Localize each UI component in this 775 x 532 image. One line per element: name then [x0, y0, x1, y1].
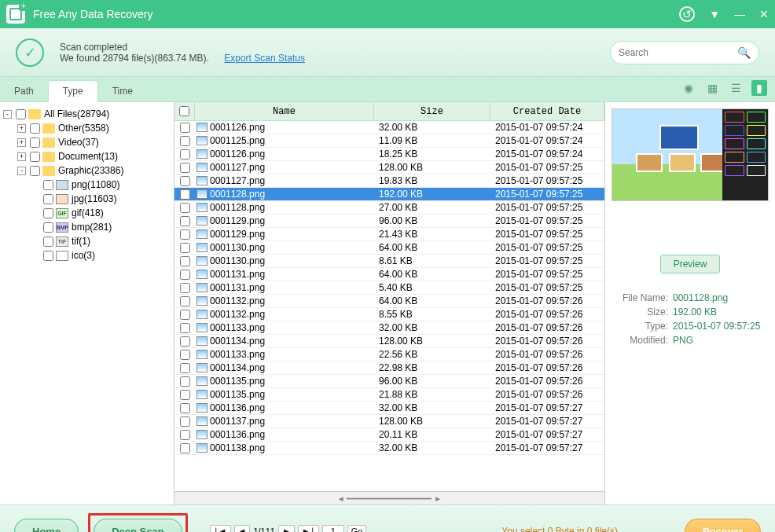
tree-gif[interactable]: gif(418) [72, 207, 104, 218]
pager-go[interactable]: Go [347, 525, 367, 532]
tab-type[interactable]: Type [48, 80, 98, 102]
table-row[interactable]: 0001132.png8.55 KB2015-01-07 09:57:26 [174, 308, 604, 321]
table-row[interactable]: 0001135.png96.00 KB2015-01-07 09:57:26 [174, 375, 604, 388]
tree-document[interactable]: Document(13) [58, 151, 118, 162]
row-checkbox[interactable] [180, 203, 190, 213]
tree-checkbox[interactable] [16, 109, 26, 119]
tree-checkbox[interactable] [30, 123, 40, 134]
table-row[interactable]: 0001138.png32.00 KB2015-01-07 09:57:27 [174, 442, 604, 455]
col-date[interactable]: Created Date [490, 102, 604, 120]
recover-button[interactable]: Recover [685, 519, 761, 532]
preview-button[interactable]: Preview [660, 255, 721, 273]
table-row[interactable]: 0001135.png21.88 KB2015-01-07 09:57:26 [174, 388, 604, 402]
col-name[interactable]: Name [195, 102, 374, 120]
tree-other[interactable]: Other(5358) [58, 123, 109, 134]
tab-path[interactable]: Path [0, 81, 48, 101]
row-checkbox[interactable] [180, 350, 190, 360]
row-checkbox[interactable] [180, 149, 190, 160]
row-checkbox[interactable] [180, 283, 190, 293]
table-body[interactable]: 0001126.png32.00 KB2015-01-07 09:57:2400… [174, 121, 604, 491]
tree-checkbox[interactable] [43, 194, 53, 204]
close-button[interactable]: ✕ [759, 8, 769, 20]
table-row[interactable]: 0001132.png64.00 KB2015-01-07 09:57:26 [174, 295, 604, 308]
tree-checkbox[interactable] [43, 208, 53, 218]
tree-toggle[interactable]: + [17, 124, 26, 133]
tree-tif[interactable]: tif(1) [72, 236, 90, 247]
table-row[interactable]: 0001127.png128.00 KB2015-01-07 09:57:25 [174, 161, 604, 174]
row-checkbox[interactable] [180, 189, 190, 200]
tree-toggle[interactable]: - [17, 167, 26, 175]
tree-checkbox[interactable] [30, 152, 40, 162]
table-row[interactable]: 0001126.png18.25 KB2015-01-07 09:57:24 [174, 148, 604, 161]
table-row[interactable]: 0001130.png8.61 KB2015-01-07 09:57:25 [174, 255, 604, 268]
row-checkbox[interactable] [180, 336, 190, 347]
export-scan-link[interactable]: Export Scan Status [224, 53, 305, 64]
table-row[interactable]: 0001126.png32.00 KB2015-01-07 09:57:24 [174, 121, 604, 134]
pager-next[interactable]: ► [278, 525, 295, 532]
tree-toggle[interactable]: + [17, 138, 26, 147]
tree-checkbox[interactable] [43, 251, 53, 261]
row-checkbox[interactable] [180, 176, 190, 186]
table-row[interactable]: 0001125.png11.09 KB2015-01-07 09:57:24 [174, 134, 604, 148]
tree-checkbox[interactable] [43, 222, 53, 233]
row-checkbox[interactable] [180, 123, 190, 133]
tree-toggle[interactable]: + [17, 152, 26, 161]
view-list-icon[interactable]: ☰ [728, 80, 744, 96]
tree-video[interactable]: Video(37) [58, 137, 99, 148]
horizontal-scrollbar[interactable]: ◄ ━━━━━━━━━━━━━━━━━━ ► [174, 491, 604, 504]
table-row[interactable]: 0001129.png96.00 KB2015-01-07 09:57:25 [174, 215, 604, 228]
table-row[interactable]: 0001129.png21.43 KB2015-01-07 09:57:25 [174, 228, 604, 241]
tree-all-files[interactable]: All Files(28794) [44, 108, 109, 119]
folder-tree[interactable]: -All Files(28794) +Other(5358) +Video(37… [0, 102, 174, 504]
tree-jpg[interactable]: jpg(11603) [72, 193, 116, 204]
row-checkbox[interactable] [180, 416, 190, 427]
row-checkbox[interactable] [180, 443, 190, 453]
tree-graphic[interactable]: Graphic(23386) [58, 165, 123, 176]
row-checkbox[interactable] [180, 363, 190, 373]
row-checkbox[interactable] [180, 323, 190, 333]
tree-bmp[interactable]: bmp(281) [72, 222, 112, 233]
history-icon[interactable]: ↺ [679, 6, 695, 22]
search-input[interactable] [619, 47, 737, 58]
pager-prev[interactable]: ◄ [234, 525, 251, 532]
row-checkbox[interactable] [180, 403, 190, 413]
table-row[interactable]: 0001128.png192.00 KB2015-01-07 09:57:25 [174, 188, 604, 201]
view-preview-icon[interactable]: ◉ [681, 80, 696, 96]
search-box[interactable]: 🔍 [610, 41, 759, 64]
row-checkbox[interactable] [180, 310, 190, 320]
row-checkbox[interactable] [180, 136, 190, 146]
select-all-checkbox[interactable] [179, 106, 189, 116]
pager-input[interactable] [322, 525, 344, 532]
table-row[interactable]: 0001133.png22.56 KB2015-01-07 09:57:26 [174, 348, 604, 361]
table-row[interactable]: 0001134.png22.98 KB2015-01-07 09:57:26 [174, 361, 604, 375]
tab-time[interactable]: Time [98, 81, 147, 101]
table-row[interactable]: 0001131.png64.00 KB2015-01-07 09:57:25 [174, 268, 604, 281]
tree-checkbox[interactable] [30, 138, 40, 148]
tree-ico[interactable]: ico(3) [72, 250, 95, 261]
view-grid-icon[interactable]: ▦ [704, 80, 720, 96]
row-checkbox[interactable] [180, 243, 190, 253]
table-row[interactable]: 0001130.png64.00 KB2015-01-07 09:57:25 [174, 241, 604, 255]
tree-toggle[interactable]: - [3, 110, 12, 119]
table-row[interactable]: 0001128.png27.00 KB2015-01-07 09:57:25 [174, 201, 604, 215]
view-detail-icon[interactable]: ▮ [751, 80, 767, 96]
table-row[interactable]: 0001136.png32.00 KB2015-01-07 09:57:27 [174, 402, 604, 415]
row-checkbox[interactable] [180, 270, 190, 280]
tree-checkbox[interactable] [30, 166, 40, 176]
tree-checkbox[interactable] [43, 180, 53, 190]
row-checkbox[interactable] [180, 216, 190, 226]
table-row[interactable]: 0001127.png19.83 KB2015-01-07 09:57:25 [174, 174, 604, 188]
tree-checkbox[interactable] [43, 237, 53, 247]
table-row[interactable]: 0001134.png128.00 KB2015-01-07 09:57:26 [174, 335, 604, 348]
pager-last[interactable]: ►∣ [298, 525, 319, 533]
table-row[interactable]: 0001133.png32.00 KB2015-01-07 09:57:26 [174, 321, 604, 335]
deep-scan-button[interactable]: Deep Scan [94, 519, 182, 532]
row-checkbox[interactable] [180, 390, 190, 400]
row-checkbox[interactable] [180, 430, 190, 440]
col-size[interactable]: Size [374, 102, 490, 120]
table-row[interactable]: 0001136.png20.11 KB2015-01-07 09:57:27 [174, 428, 604, 442]
row-checkbox[interactable] [180, 376, 190, 387]
dropdown-icon[interactable]: ▼ [709, 8, 720, 20]
search-icon[interactable]: 🔍 [737, 46, 751, 59]
row-checkbox[interactable] [180, 229, 190, 240]
